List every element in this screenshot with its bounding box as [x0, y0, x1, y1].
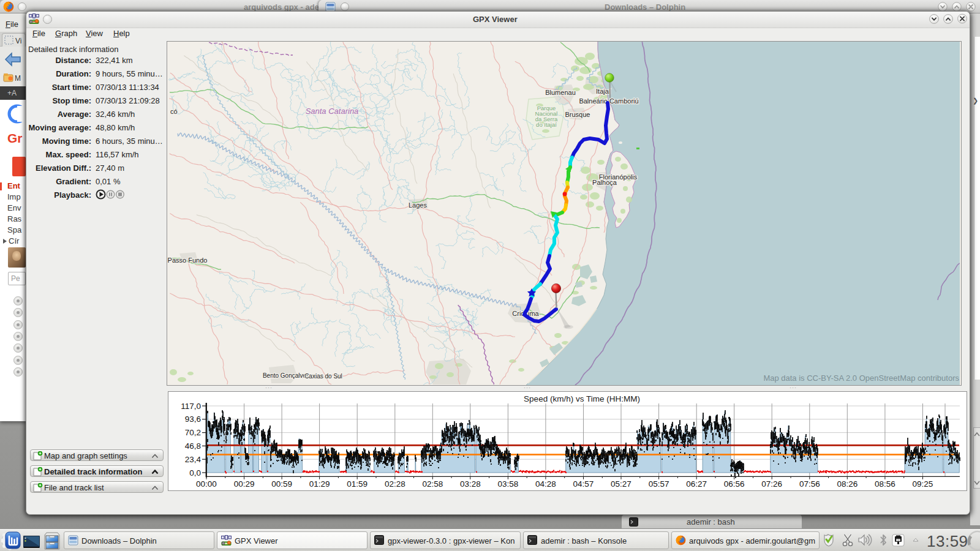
- svg-text:Itajaí: Itajaí: [596, 88, 611, 95]
- svg-text:00:29: 00:29: [234, 479, 255, 489]
- svg-text:07:26: 07:26: [761, 479, 782, 489]
- svg-text:03:58: 03:58: [498, 479, 519, 489]
- svg-text:04:57: 04:57: [573, 479, 594, 489]
- svg-text:Passo Fundo: Passo Fundo: [168, 257, 208, 264]
- svg-text:01:29: 01:29: [309, 479, 330, 489]
- svg-text:93,6: 93,6: [185, 414, 201, 424]
- svg-text:Santa Catarina: Santa Catarina: [306, 107, 359, 116]
- svg-text:có: có: [170, 108, 178, 115]
- svg-text:04:28: 04:28: [535, 479, 556, 489]
- svg-text:46,8: 46,8: [185, 441, 201, 451]
- svg-text:0,0: 0,0: [189, 468, 201, 478]
- svg-text:08:56: 08:56: [875, 479, 895, 489]
- svg-text:do Itajaí: do Itajaí: [536, 121, 557, 128]
- svg-text:70,2: 70,2: [185, 428, 201, 437]
- svg-text:02:58: 02:58: [422, 479, 443, 489]
- svg-text:Caxias do Sul: Caxias do Sul: [304, 373, 342, 380]
- svg-text:00:00: 00:00: [196, 479, 217, 489]
- svg-text:05:27: 05:27: [611, 479, 631, 489]
- svg-text:06:27: 06:27: [686, 479, 707, 489]
- svg-text:23,4: 23,4: [185, 455, 202, 464]
- svg-text:02:28: 02:28: [385, 479, 405, 489]
- svg-text:Lages: Lages: [409, 201, 427, 209]
- svg-text:Brusque: Brusque: [565, 111, 590, 118]
- svg-text:01:59: 01:59: [347, 479, 368, 489]
- svg-text:00:59: 00:59: [271, 479, 292, 489]
- svg-text:Blumenau: Blumenau: [545, 89, 576, 96]
- svg-text:05:57: 05:57: [649, 479, 669, 489]
- svg-text:Palhoça: Palhoça: [592, 179, 617, 186]
- svg-text:08:26: 08:26: [837, 479, 858, 489]
- svg-text:07:56: 07:56: [799, 479, 820, 489]
- svg-text:Map data is CC-BY-SA 2.0 OpenS: Map data is CC-BY-SA 2.0 OpenStreetMap c…: [763, 373, 959, 383]
- svg-text:Speed (km/h) vs Time (HH:MM): Speed (km/h) vs Time (HH:MM): [524, 394, 640, 403]
- svg-text:09:25: 09:25: [913, 479, 933, 489]
- svg-text:03:28: 03:28: [460, 479, 481, 489]
- svg-text:117,0: 117,0: [181, 402, 201, 411]
- svg-text:06:56: 06:56: [724, 479, 745, 489]
- svg-text:Bento Gonçalves: Bento Gonçalves: [263, 372, 309, 379]
